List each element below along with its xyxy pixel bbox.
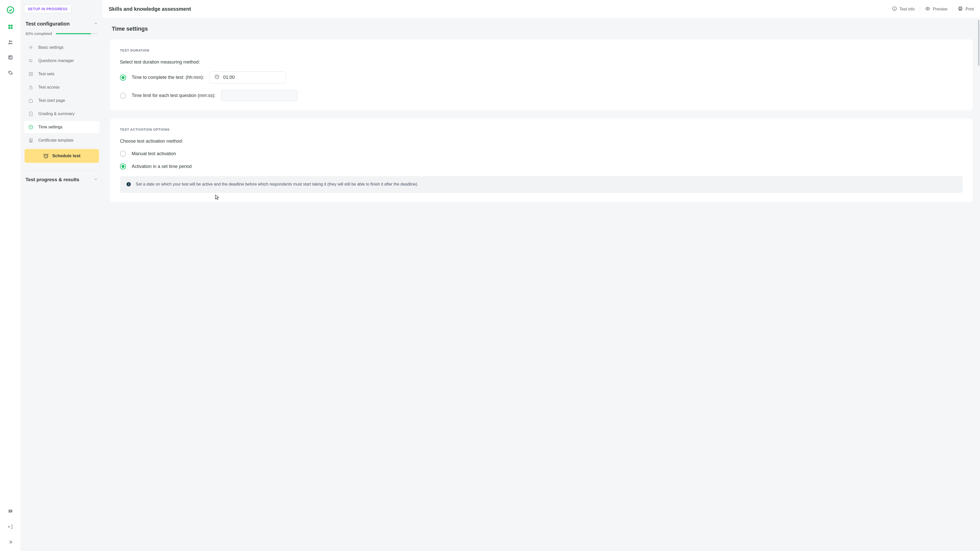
app-logo-icon[interactable]: [6, 6, 15, 15]
gear-icon[interactable]: [8, 70, 13, 76]
svg-rect-3: [8, 27, 10, 29]
radio-per-question[interactable]: [120, 92, 126, 99]
svg-rect-19: [30, 87, 32, 89]
svg-point-33: [128, 183, 129, 183]
info-text: Set a date on which your test will be ac…: [136, 181, 418, 188]
clock-icon: [215, 74, 220, 81]
preview-button[interactable]: Preview: [925, 6, 947, 12]
svg-rect-10: [11, 56, 11, 59]
sidebar-item-sets[interactable]: Test sets: [24, 68, 100, 80]
activation-card: TEST ACTIVATION OPTIONS Choose test acti…: [110, 118, 973, 202]
sidebar-item-questions[interactable]: Questions manager: [24, 55, 100, 67]
results-section-title: Test progress & results: [25, 177, 80, 183]
clock-icon: [28, 124, 34, 130]
sidebar-item-grading[interactable]: Grading & summary: [24, 108, 100, 120]
activation-subtitle: Choose test activation method:: [120, 139, 963, 144]
divider: [25, 170, 98, 171]
svg-point-14: [31, 61, 32, 62]
svg-rect-17: [29, 75, 30, 76]
total-time-input[interactable]: 01:00: [210, 72, 286, 83]
sidebar-item-cert[interactable]: Certificate template: [24, 134, 100, 147]
schedule-test-button[interactable]: Schedule test: [24, 149, 99, 163]
topbar-actions: Test info Preview Print: [892, 6, 974, 12]
test-info-button[interactable]: Test info: [892, 6, 915, 12]
sliders-icon: [28, 58, 34, 63]
duration-header: TEST DURATION: [120, 48, 963, 52]
chevron-down-icon: [94, 177, 98, 183]
scrollbar[interactable]: [977, 18, 980, 551]
info-icon: [892, 6, 897, 12]
content: Time settings TEST DURATION Select test …: [103, 18, 980, 551]
topbar: Skills and knowledge assessment Test inf…: [103, 0, 980, 18]
radio-total-label: Time to complete the test: (hh:mm):: [132, 75, 204, 80]
svg-rect-1: [8, 25, 10, 27]
activation-header: TEST ACTIVATION OPTIONS: [120, 127, 963, 131]
info-banner: Set a date on which your test will be ac…: [120, 176, 963, 193]
document-check-icon: [28, 111, 34, 116]
lock-icon: [28, 85, 34, 90]
home-icon: [28, 98, 34, 103]
svg-rect-15: [29, 72, 30, 73]
chevron-up-icon: [94, 21, 98, 27]
users-icon[interactable]: [8, 39, 13, 46]
analytics-icon[interactable]: [8, 55, 13, 61]
sidebar-item-label: Test sets: [38, 72, 54, 76]
activation-period-row: Activation in a set time period: [120, 163, 963, 169]
sidebar-item-basic[interactable]: Basic settings: [24, 41, 100, 54]
sidebar-item-label: Time settings: [38, 125, 62, 129]
svg-point-5: [9, 40, 11, 42]
svg-rect-18: [32, 75, 33, 76]
per-question-input[interactable]: [221, 90, 298, 101]
svg-point-26: [927, 8, 928, 9]
radio-manual[interactable]: [120, 151, 126, 157]
alarm-icon: [43, 153, 49, 159]
total-time-value: 01:00: [223, 75, 234, 80]
certificate-icon: [28, 138, 34, 143]
main: Skills and knowledge assessment Test inf…: [103, 0, 980, 551]
svg-rect-22: [29, 139, 32, 142]
sidebar-item-access[interactable]: Test access: [24, 81, 100, 93]
svg-point-23: [30, 140, 32, 141]
help-icon[interactable]: ?: [8, 509, 13, 515]
svg-rect-32: [128, 184, 129, 185]
radio-period-label: Activation in a set time period: [132, 164, 192, 169]
duration-subtitle: Select test duration measuring method:: [120, 59, 963, 65]
sidebar-item-label: Basic settings: [38, 45, 64, 50]
setup-badge: SETUP IN PROGRESS: [24, 5, 72, 13]
sidebar-item-label: Grading & summary: [38, 111, 75, 116]
info-icon: [126, 182, 131, 188]
radio-perq-label: Time limit for each test question (mm:ss…: [132, 93, 215, 98]
expand-icon[interactable]: [8, 539, 13, 546]
radio-manual-label: Manual test activation: [132, 151, 176, 156]
svg-point-6: [11, 41, 12, 42]
sidebar-item-time[interactable]: Time settings: [24, 121, 100, 133]
svg-rect-9: [10, 57, 11, 59]
results-section-header[interactable]: Test progress & results: [24, 176, 100, 183]
scrollbar-thumb[interactable]: [978, 20, 980, 66]
preview-label: Preview: [933, 7, 947, 11]
content-title: Time settings: [112, 25, 973, 32]
print-label: Print: [966, 7, 974, 11]
completion-row: 83% completed: [25, 31, 98, 36]
logout-icon[interactable]: [8, 524, 13, 530]
grid-icon: [28, 72, 34, 76]
eye-icon: [925, 6, 930, 12]
activation-manual-row: Manual test activation: [120, 151, 963, 157]
duration-card: TEST DURATION Select test duration measu…: [110, 39, 973, 110]
config-section-header[interactable]: Test configuration: [24, 20, 100, 28]
sidebar-item-label: Test start page: [38, 98, 65, 103]
test-info-label: Test info: [900, 7, 915, 11]
svg-text:?: ?: [10, 510, 11, 512]
progress-bar: [56, 33, 98, 34]
radio-total-time[interactable]: [120, 75, 126, 81]
sidebar: SETUP IN PROGRESS Test configuration 83%…: [21, 0, 103, 551]
sidebar-item-start[interactable]: Test start page: [24, 94, 100, 107]
sidebar-item-label: Questions manager: [38, 59, 74, 63]
gear-icon: [28, 45, 34, 50]
schedule-test-label: Schedule test: [52, 153, 81, 158]
print-button[interactable]: Print: [958, 6, 974, 12]
completion-text: 83% completed: [25, 31, 52, 36]
radio-period[interactable]: [120, 163, 126, 169]
svg-point-13: [29, 59, 30, 60]
dashboard-icon[interactable]: [8, 24, 13, 30]
